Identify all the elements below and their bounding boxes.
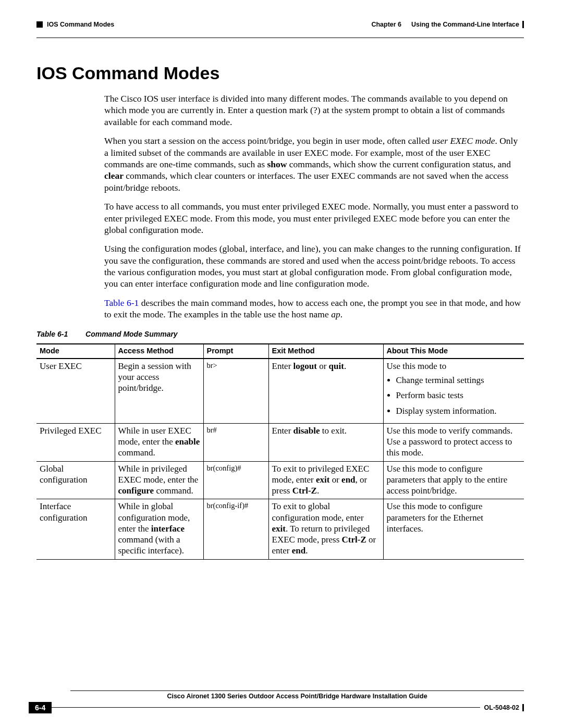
cell-about: Use this mode to Change terminal setting… [383,359,524,424]
cell-about: Use this mode to configure parameters fo… [383,499,524,559]
p2a: When you start a session on the access p… [104,135,432,146]
t: or [329,475,341,485]
cell-prompt: br> [203,359,268,424]
cell-about: Use this mode to configure parameters th… [383,461,524,499]
cell-prompt: br(config-if)# [203,499,268,559]
t: exit [316,475,329,485]
t: quit [329,361,344,371]
cell-mode: Interface configuration [36,499,115,559]
paragraph-5: Table 6-1 describes the main command mod… [104,297,524,320]
cell-exit: Enter disable to exit. [268,423,383,461]
list-item: Display system information. [396,405,521,416]
doc-id: OL-5048-02 [484,704,519,711]
cell-mode: Global configuration [36,461,115,499]
cell-about: Use this mode to verify commands. Use a … [383,423,524,461]
t: interface [151,524,185,534]
cell-exit: Enter logout or quit. [268,359,383,424]
t: Ctrl-Z [342,535,366,545]
table-caption: Table 6-1 Command Mode Summary [36,330,524,338]
list-item: Perform basic tests [396,390,521,401]
t: logout [293,361,317,371]
table-header-row: Mode Access Method Prompt Exit Method Ab… [36,344,524,359]
page-footer: Cisco Aironet 1300 Series Outdoor Access… [29,690,524,713]
cell-exit: To exit to global configuration mode, en… [268,499,383,559]
cell-prompt: br# [203,423,268,461]
footer-bottom-rule [52,707,480,708]
p2d: show [267,159,287,169]
cell-access: While in global configuration mode, ente… [115,499,203,559]
table-row: User EXEC Begin a session with your acce… [36,359,524,424]
p2f: clear [104,170,124,181]
paragraph-2: When you start a session on the access p… [104,135,524,193]
page-number-badge: 6-4 [29,702,52,713]
table-ref-link[interactable]: Table 6-1 [104,298,139,308]
t: exit [272,524,286,534]
t: end [292,546,305,556]
footer-bottom: 6-4 OL-5048-02 [29,702,524,713]
t: To exit to global configuration mode, en… [272,501,364,522]
t: to exit. [320,426,347,436]
header-left: IOS Command Modes [36,21,114,28]
t: command. [154,486,193,496]
header-marker-icon [36,21,43,28]
header-bar-icon [522,21,524,28]
list-item: Change terminal settings [396,375,521,386]
th-exit: Exit Method [268,344,383,359]
footer-rule [70,690,524,691]
about-list: Change terminal settings Perform basic t… [396,375,521,416]
paragraph-3: To have access to all commands, you must… [104,201,524,236]
section-label: IOS Command Modes [47,21,114,28]
about-lead: Use this mode to [387,361,447,371]
cell-access: While in privileged EXEC mode, enter the… [115,461,203,499]
cell-mode: User EXEC [36,359,115,424]
t: end [341,475,355,485]
footer-guide-title: Cisco Aironet 1300 Series Outdoor Access… [70,693,524,700]
cell-prompt: br(config)# [203,461,268,499]
header-right: Chapter 6 Using the Command-Line Interfa… [371,21,524,28]
p5c: ap [331,309,340,319]
t: configure [118,486,154,496]
p5b: describes the main command modes, how to… [104,298,521,319]
t: command. [118,448,155,458]
table-row: Interface configuration While in global … [36,499,524,559]
th-access: Access Method [115,344,203,359]
th-mode: Mode [36,344,115,359]
table-row: Privileged EXEC While in user EXEC mode,… [36,423,524,461]
cell-mode: Privileged EXEC [36,423,115,461]
command-mode-table: Mode Access Method Prompt Exit Method Ab… [36,343,524,560]
t: Ctrl-Z [292,486,317,496]
chapter-title: Using the Command-Line Interface [411,21,519,28]
table-row: Global configuration While in privileged… [36,461,524,499]
footer-bar-icon [522,704,524,711]
t: Enter [272,426,293,436]
cell-exit: To exit to privileged EXEC mode, enter e… [268,461,383,499]
header-rule [36,38,524,38]
t: . [317,486,319,496]
t: or [317,361,329,371]
th-about: About This Mode [383,344,524,359]
cell-access: Begin a session with your access point/b… [115,359,203,424]
main-title: IOS Command Modes [36,63,524,83]
p2g: commands, which clear counters or interf… [104,170,508,192]
page-header: IOS Command Modes Chapter 6 Using the Co… [36,21,524,28]
p5d: . [340,309,342,319]
t: enable [175,437,200,447]
paragraph-1: The Cisco IOS user interface is divided … [104,93,524,128]
t: While in privileged EXEC mode, enter the [118,464,199,485]
t: . [305,546,308,556]
cell-access: While in user EXEC mode, enter the enabl… [115,423,203,461]
p2b: user EXEC mode [432,135,495,146]
th-prompt: Prompt [203,344,268,359]
body-text: The Cisco IOS user interface is divided … [104,93,524,320]
p2e: commands, which show the current configu… [287,159,511,169]
chapter-label: Chapter 6 [371,21,401,28]
table-title: Command Mode Summary [85,330,178,338]
t: command (with a specific interface). [118,535,184,556]
table-number: Table 6-1 [36,330,68,338]
t: Enter [272,361,293,371]
t: disable [293,426,320,436]
paragraph-4: Using the configuration modes (global, i… [104,243,524,290]
t: . [344,361,346,371]
